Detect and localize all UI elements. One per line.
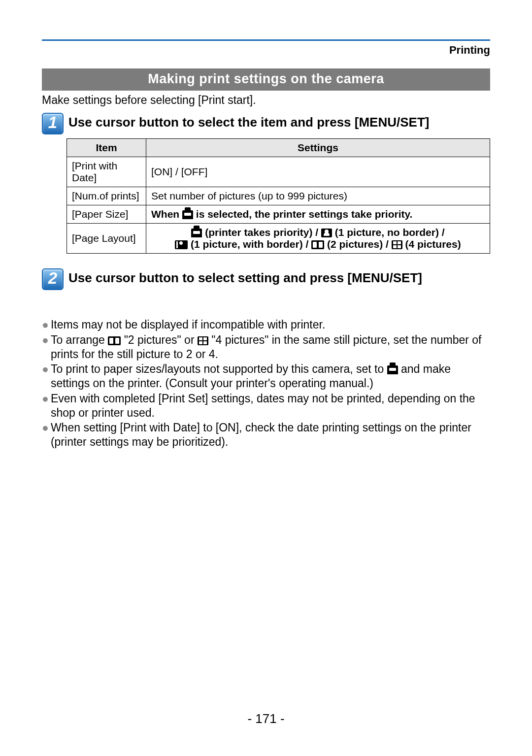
settings-table-wrap: Item Settings [Print with Date] [ON] / [… (66, 138, 490, 254)
step-1-title: Use cursor button to select the item and… (68, 115, 429, 130)
two-pictures-icon (311, 240, 324, 249)
text: When setting [Print with Date] to [ON], … (51, 421, 490, 449)
text: To arrange (51, 333, 108, 346)
notes-list: ●Items may not be displayed if incompati… (42, 318, 490, 449)
cell-setting: [ON] / [OFF] (146, 157, 490, 187)
cell-item: [Num.of prints] (67, 187, 146, 205)
text: To arrange "2 pictures" or "4 pictures" … (51, 333, 490, 362)
text: (1 picture, no border) / (332, 227, 445, 238)
text: (2 pictures) / (324, 238, 392, 250)
list-item: ●Items may not be displayed if incompati… (42, 318, 490, 332)
section-heading: Making print settings on the camera (42, 68, 490, 91)
cell-setting: (printer takes priority) / (1 picture, n… (146, 224, 490, 254)
cell-item: [Print with Date] (67, 157, 146, 187)
one-pic-with-border-icon (175, 240, 188, 249)
top-rule (42, 39, 490, 41)
printer-icon (182, 210, 193, 219)
text: "2 pictures" or (121, 333, 198, 346)
list-item: ●Even with completed [Print Set] setting… (42, 392, 490, 420)
text: Items may not be displayed if incompatib… (51, 318, 490, 332)
chapter-label: Printing (42, 44, 490, 57)
cell-item: [Page Layout] (67, 224, 146, 254)
page: Printing Making print settings on the ca… (0, 0, 532, 756)
cell-setting: When is selected, the printer settings t… (146, 205, 490, 224)
list-item: ● To arrange "2 pictures" or "4 pictures… (42, 333, 490, 362)
table-row: [Paper Size] When is selected, the print… (67, 205, 490, 224)
settings-table: Item Settings [Print with Date] [ON] / [… (66, 138, 490, 254)
printer-icon (191, 229, 202, 237)
text: (4 pictures) (402, 238, 461, 250)
text: is selected, the printer settings take p… (193, 208, 412, 220)
step-1-badge: 1 (42, 113, 64, 134)
text: To print to paper sizes/layouts not supp… (51, 362, 387, 375)
table-row: [Page Layout] (printer takes priority) /… (67, 224, 490, 254)
text: (printer takes priority) / (202, 227, 321, 238)
cell-setting: Set number of pictures (up to 999 pictur… (146, 187, 490, 205)
four-pictures-icon (392, 240, 402, 249)
step-2-title: Use cursor button to select setting and … (68, 270, 422, 286)
th-settings: Settings (146, 139, 490, 157)
four-pictures-icon (198, 336, 208, 345)
text: (1 picture, with border) / (188, 238, 311, 250)
table-row: [Print with Date] [ON] / [OFF] (67, 157, 490, 187)
table-header-row: Item Settings (67, 139, 490, 157)
step-2-badge: 2 (42, 268, 64, 290)
two-pictures-icon (108, 336, 121, 345)
cell-item: [Paper Size] (67, 205, 146, 224)
step-2: 2 Use cursor button to select setting an… (42, 268, 490, 290)
text: Even with completed [Print Set] settings… (51, 392, 490, 420)
page-number: - 171 - (0, 711, 532, 726)
step-1: 1 Use cursor button to select the item a… (42, 113, 490, 134)
list-item: ●When setting [Print with Date] to [ON],… (42, 421, 490, 449)
text: To print to paper sizes/layouts not supp… (51, 362, 490, 391)
text: When (151, 208, 182, 220)
intro-text: Make settings before selecting [Print st… (42, 94, 490, 107)
th-item: Item (67, 139, 146, 157)
table-row: [Num.of prints] Set number of pictures (… (67, 187, 490, 205)
one-pic-no-border-icon (321, 229, 332, 237)
list-item: ● To print to paper sizes/layouts not su… (42, 362, 490, 391)
printer-icon (387, 365, 398, 374)
